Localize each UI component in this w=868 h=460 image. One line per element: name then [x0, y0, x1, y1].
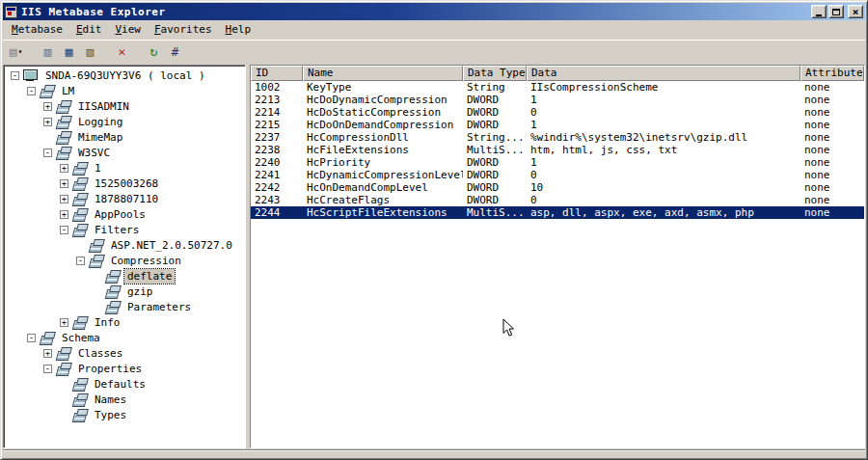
minimize-button[interactable] — [811, 5, 827, 18]
tree-node-label: deflate — [124, 269, 175, 284]
maximize-button[interactable] — [828, 5, 844, 18]
paste-button[interactable]: ▧ — [80, 42, 100, 61]
tree-expander-icon[interactable]: - — [43, 365, 52, 373]
tree-expander-icon[interactable]: - — [27, 87, 36, 95]
tree-expander-icon[interactable]: - — [43, 149, 52, 157]
table-row[interactable]: 2213 HcDoDynamicCompression DWORD 1 none — [251, 94, 864, 106]
tree-node[interactable]: + Info — [4, 314, 245, 330]
tree-expander-icon[interactable]: + — [43, 118, 52, 126]
tree-node[interactable]: Parameters — [4, 299, 245, 314]
cell-attributes: none — [800, 144, 864, 156]
tree-node[interactable]: + IISADMIN — [4, 98, 245, 114]
table-row[interactable]: 2215 HcDoOnDemandCompression DWORD 1 non… — [251, 119, 864, 131]
tree-node[interactable]: MimeMap — [4, 129, 245, 145]
tree-node[interactable]: + 1525003268 — [4, 176, 245, 191]
menu-item[interactable]: Edit — [69, 21, 109, 39]
column-header[interactable]: Data Type — [463, 66, 527, 81]
tree-expander-icon[interactable]: + — [60, 195, 68, 203]
cell-id: 1002 — [251, 81, 303, 94]
cell-data-type: DWORD — [463, 169, 527, 181]
tree-expander-icon[interactable] — [60, 395, 68, 404]
tree-node[interactable]: Defaults — [4, 376, 245, 392]
tree-node[interactable]: - LM — [4, 83, 245, 98]
table-row[interactable]: 2238 HcFileExtensions MultiS... htm, htm… — [251, 144, 864, 156]
tree-node[interactable]: - W3SVC — [4, 145, 245, 160]
tree-node[interactable]: + 1 — [4, 160, 245, 176]
tree-node[interactable]: gzip — [4, 284, 245, 299]
tree-expander-icon[interactable]: - — [11, 71, 19, 80]
tree-expander-icon[interactable] — [43, 133, 52, 142]
keys-icon — [72, 409, 88, 421]
tree-expander-icon[interactable] — [93, 303, 101, 311]
status-bar — [3, 449, 865, 457]
copy-button[interactable]: ▦ — [59, 42, 79, 61]
tree-expander-icon[interactable] — [60, 380, 68, 389]
keys-icon — [56, 100, 71, 113]
tree-node[interactable]: - Compression — [4, 253, 245, 268]
tree-node[interactable]: ASP.NET_2.0.50727.0 — [4, 237, 245, 253]
connect-button[interactable]: # — [165, 42, 185, 61]
tree-node[interactable]: + AppPools — [4, 206, 245, 222]
new-key-button[interactable]: ▤ ▾ — [6, 42, 26, 61]
table-row[interactable]: 2214 HcDoStaticCompression DWORD 0 none — [251, 106, 864, 119]
tree-node[interactable]: - SNDA-69Q3UYY3V6 ( local ) — [4, 68, 245, 83]
title-bar: IIS Metabase Explorer × — [3, 3, 865, 20]
column-header[interactable]: Name — [303, 66, 463, 81]
tree-node-label: Properties — [75, 362, 145, 376]
column-header[interactable]: Data — [527, 66, 800, 81]
tree-node[interactable]: Names — [4, 392, 245, 407]
tree-node-label: MimeMap — [75, 130, 125, 145]
tree-expander-icon[interactable] — [60, 411, 68, 419]
tree-node[interactable]: - Schema — [4, 330, 245, 345]
tree-expander-icon[interactable]: + — [60, 210, 68, 219]
tree-node-label: Schema — [59, 331, 103, 345]
metabase-tree: - SNDA-69Q3UYY3V6 ( local ) - LM + IISAD… — [3, 65, 246, 448]
tree-node[interactable]: - Properties — [4, 361, 245, 376]
tree-node[interactable]: Types — [4, 407, 245, 422]
tree-expander-icon[interactable] — [76, 241, 85, 250]
app-icon[interactable] — [5, 6, 17, 18]
tree-expander-icon[interactable]: + — [43, 349, 52, 358]
menu-item[interactable]: Favorites — [148, 21, 219, 39]
menu-item[interactable]: View — [108, 21, 148, 39]
tree-node-label: SNDA-69Q3UYY3V6 ( local ) — [42, 68, 208, 83]
tree-expander-icon[interactable]: + — [60, 164, 68, 173]
table-row[interactable]: 2243 HcCreateFlags DWORD 0 none — [251, 194, 864, 206]
tree-node-label: 1525003268 — [92, 176, 161, 191]
tree-expander-icon[interactable]: - — [76, 257, 85, 265]
cell-data-type: DWORD — [463, 106, 527, 119]
tree-expander-icon[interactable]: - — [27, 334, 36, 342]
column-header[interactable]: ID — [251, 66, 303, 81]
table-row[interactable]: 2242 HcOnDemandCompLevel DWORD 10 none — [251, 181, 864, 194]
tree-node[interactable]: - Filters — [4, 222, 245, 237]
column-header[interactable]: Attributes — [800, 66, 864, 81]
menu-item[interactable]: Metabase — [5, 21, 69, 39]
dropdown-arrow-icon[interactable]: ▾ — [18, 47, 23, 56]
tree-node-label: gzip — [124, 284, 156, 299]
table-row[interactable]: 1002 KeyType String IIsCompressionScheme… — [251, 81, 864, 94]
tree-expander-icon[interactable]: + — [60, 179, 68, 188]
refresh-button[interactable]: ↻ — [144, 42, 164, 61]
tree-node[interactable]: + 1878807110 — [4, 191, 245, 206]
tree-expander-icon[interactable]: - — [60, 226, 68, 234]
tree-expander-icon[interactable]: + — [43, 102, 52, 111]
keys-icon — [40, 332, 55, 344]
table-row[interactable]: 2241 HcDynamicCompressionLevel DWORD 0 n… — [251, 169, 864, 181]
tree-node[interactable]: + Logging — [4, 114, 245, 129]
keys-icon — [72, 193, 88, 205]
table-row[interactable]: 2244 HcScriptFileExtensions MultiS... as… — [251, 206, 864, 219]
tree-expander-icon[interactable] — [93, 287, 101, 296]
table-row[interactable]: 2240 HcPriority DWORD 1 none — [251, 156, 864, 169]
cell-data-type: String — [463, 81, 527, 94]
app-window: IIS Metabase Explorer × Metabase Edit Vi… — [0, 0, 868, 460]
menu-item[interactable]: Help — [219, 21, 258, 39]
tree-node[interactable]: + Classes — [4, 345, 245, 361]
tree-node[interactable]: deflate — [4, 268, 245, 284]
delete-button[interactable]: × — [112, 42, 132, 61]
table-row[interactable]: 2237 HcCompressionDll String... %windir%… — [251, 131, 864, 144]
tree-expander-icon[interactable]: + — [60, 318, 68, 327]
close-button[interactable]: × — [848, 5, 863, 18]
new-value-button[interactable]: ▥ — [38, 42, 58, 61]
tree-expander-icon[interactable] — [93, 272, 101, 281]
cell-data-type: MultiS... — [463, 206, 527, 219]
